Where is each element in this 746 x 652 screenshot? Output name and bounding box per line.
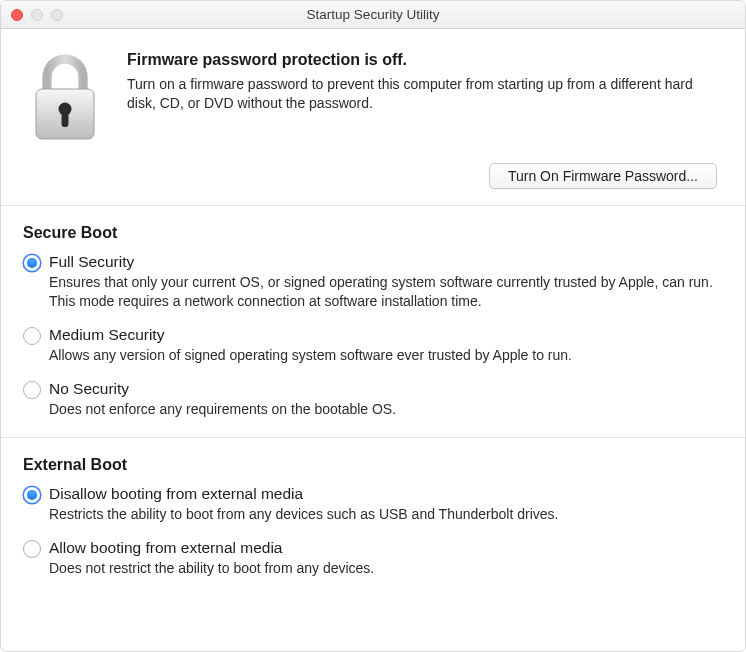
radio-desc: Ensures that only your current OS, or si… [49, 273, 723, 311]
window-title: Startup Security Utility [1, 7, 745, 22]
content: Firmware password protection is off. Tur… [1, 29, 745, 651]
firmware-heading: Firmware password protection is off. [127, 51, 721, 69]
external-boot-section: External Boot Disallow booting from exte… [1, 438, 745, 596]
lock-icon [25, 51, 105, 143]
radio-label: Medium Security [49, 325, 723, 345]
secure-boot-heading: Secure Boot [23, 224, 723, 242]
radio-label: No Security [49, 379, 723, 399]
radio-desc: Does not restrict the ability to boot fr… [49, 559, 723, 578]
zoom-icon [51, 9, 63, 21]
svg-rect-2 [62, 111, 69, 127]
radio-label: Disallow booting from external media [49, 484, 723, 504]
minimize-icon [31, 9, 43, 21]
turn-on-firmware-password-button[interactable]: Turn On Firmware Password... [489, 163, 717, 189]
radio-no-security[interactable]: No Security Does not enforce any require… [23, 379, 723, 419]
startup-security-window: Startup Security Utility [0, 0, 746, 652]
radio-medium-security[interactable]: Medium Security Allows any version of si… [23, 325, 723, 365]
radio-button[interactable] [23, 486, 41, 504]
radio-button[interactable] [23, 381, 41, 399]
radio-allow-external[interactable]: Allow booting from external media Does n… [23, 538, 723, 578]
radio-desc: Allows any version of signed operating s… [49, 346, 723, 365]
radio-button[interactable] [23, 254, 41, 272]
close-icon[interactable] [11, 9, 23, 21]
external-boot-heading: External Boot [23, 456, 723, 474]
radio-full-security[interactable]: Full Security Ensures that only your cur… [23, 252, 723, 311]
radio-label: Allow booting from external media [49, 538, 723, 558]
titlebar: Startup Security Utility [1, 1, 745, 29]
traffic-lights [1, 9, 63, 21]
radio-button[interactable] [23, 327, 41, 345]
secure-boot-section: Secure Boot Full Security Ensures that o… [1, 206, 745, 437]
radio-label: Full Security [49, 252, 723, 272]
firmware-text: Firmware password protection is off. Tur… [127, 51, 721, 113]
firmware-section: Firmware password protection is off. Tur… [1, 29, 745, 205]
radio-disallow-external[interactable]: Disallow booting from external media Res… [23, 484, 723, 524]
firmware-description: Turn on a firmware password to prevent t… [127, 75, 721, 113]
radio-desc: Does not enforce any requirements on the… [49, 400, 723, 419]
radio-button[interactable] [23, 540, 41, 558]
radio-desc: Restricts the ability to boot from any d… [49, 505, 723, 524]
